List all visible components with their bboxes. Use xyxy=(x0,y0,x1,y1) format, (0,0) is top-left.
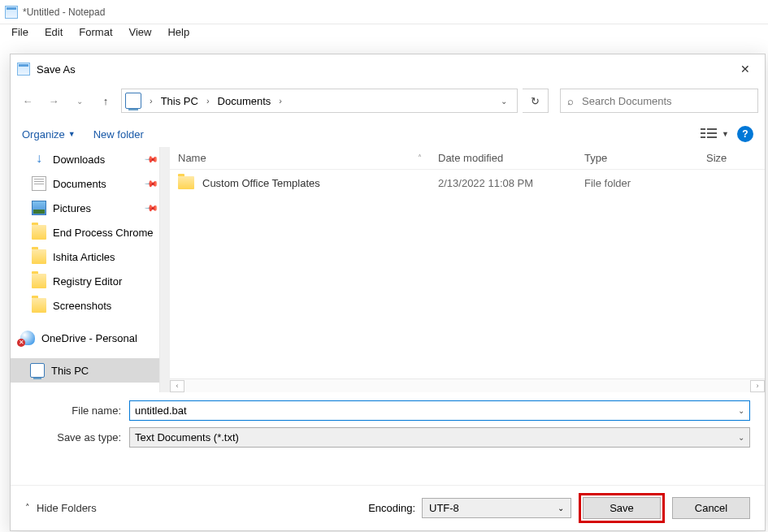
refresh-button[interactable]: ↻ xyxy=(523,89,549,113)
filename-input[interactable]: untitled.bat ⌄ xyxy=(129,400,750,421)
save-button[interactable]: Save xyxy=(583,497,661,519)
documents-icon xyxy=(32,176,46,191)
encoding-select[interactable]: UTF-8 ⌄ xyxy=(422,498,571,518)
close-button[interactable]: ✕ xyxy=(732,59,758,79)
chevron-down-icon[interactable]: ⌄ xyxy=(738,433,744,442)
notepad-icon xyxy=(5,6,18,19)
folder-icon xyxy=(32,274,46,288)
dialog-footer: ˄ Hide Folders Encoding: UTF-8 ⌄ Save Ca… xyxy=(11,485,765,530)
svg-rect-2 xyxy=(701,136,705,138)
search-input[interactable]: ⌕ Search Documents xyxy=(560,89,758,113)
tree-label: Screenshots xyxy=(53,300,111,312)
encoding-value: UTF-8 xyxy=(429,502,459,514)
file-list-panel: Name˄ Date modified Type Size Custom Off… xyxy=(170,147,765,392)
svg-rect-0 xyxy=(701,128,705,130)
menu-help[interactable]: Help xyxy=(159,24,197,42)
tree-this-pc[interactable]: This PC xyxy=(11,358,170,383)
tree-documents[interactable]: Documents 📌 xyxy=(11,171,170,196)
tree-label: Pictures xyxy=(53,202,91,214)
item-date: 2/13/2022 11:08 PM xyxy=(430,177,576,189)
tree-label: Ishita Articles xyxy=(53,251,115,263)
column-date-modified[interactable]: Date modified xyxy=(430,152,576,164)
folder-icon xyxy=(32,225,46,240)
dialog-body: ↓ Downloads 📌 Documents 📌 Pictures 📌 End… xyxy=(11,147,765,392)
recent-locations-button[interactable]: ⌄ xyxy=(69,90,90,111)
tree-label: OneDrive - Personal xyxy=(41,332,137,344)
tree-label: Documents xyxy=(53,178,106,190)
notepad-title-bar: *Untitled - Notepad xyxy=(0,0,768,24)
menu-view[interactable]: View xyxy=(121,24,160,42)
tree-label: Registry Editor xyxy=(53,275,122,288)
save-as-dialog: Save As ✕ ← → ⌄ ↑ › This PC › Documents … xyxy=(10,54,766,531)
cancel-button[interactable]: Cancel xyxy=(672,497,750,519)
filename-form: File name: untitled.bat ⌄ Save as type: … xyxy=(11,392,765,448)
error-badge-icon: ✕ xyxy=(17,339,25,347)
column-headers: Name˄ Date modified Type Size xyxy=(170,147,765,170)
save-as-type-select[interactable]: Text Documents (*.txt) ⌄ xyxy=(129,427,750,448)
change-view-button[interactable]: ▼ xyxy=(701,128,729,141)
column-type[interactable]: Type xyxy=(576,152,698,164)
chevron-down-icon[interactable]: ⌄ xyxy=(738,406,744,415)
tree-downloads[interactable]: ↓ Downloads 📌 xyxy=(11,147,170,171)
tree-pictures[interactable]: Pictures 📌 xyxy=(11,196,170,220)
tree-label: End Process Chrome xyxy=(53,227,154,239)
svg-rect-3 xyxy=(707,128,717,130)
chevron-up-icon: ˄ xyxy=(25,503,30,513)
column-name[interactable]: Name˄ xyxy=(170,152,430,164)
save-as-type-value: Text Documents (*.txt) xyxy=(135,431,239,443)
encoding-label: Encoding: xyxy=(368,502,415,514)
tree-label: This PC xyxy=(51,365,89,377)
tree-ishita-articles[interactable]: Ishita Articles xyxy=(11,244,170,269)
navigation-tree[interactable]: ↓ Downloads 📌 Documents 📌 Pictures 📌 End… xyxy=(11,147,170,392)
up-button[interactable]: ↑ xyxy=(95,90,116,111)
window-title: *Untitled - Notepad xyxy=(23,6,105,18)
pc-icon xyxy=(30,363,45,378)
horizontal-scrollbar[interactable]: ‹ › xyxy=(170,378,765,392)
save-as-type-label: Save as type: xyxy=(25,431,129,443)
file-list[interactable]: Custom Office Templates 2/13/2022 11:08 … xyxy=(170,170,765,378)
menu-file[interactable]: File xyxy=(3,24,37,42)
column-size[interactable]: Size xyxy=(698,152,747,164)
menu-edit[interactable]: Edit xyxy=(37,24,71,42)
folder-icon xyxy=(178,176,194,189)
forward-button[interactable]: → xyxy=(43,90,64,111)
folder-icon xyxy=(32,298,46,313)
scroll-right-button[interactable]: › xyxy=(750,380,765,392)
breadcrumb-separator: › xyxy=(145,96,158,106)
search-placeholder: Search Documents xyxy=(582,95,672,107)
address-dropdown-button[interactable]: ⌄ xyxy=(494,97,514,106)
address-bar[interactable]: › This PC › Documents › ⌄ xyxy=(121,89,518,113)
hide-folders-label: Hide Folders xyxy=(37,502,97,514)
view-icon xyxy=(701,128,718,141)
organize-button[interactable]: Organize▼ xyxy=(22,128,76,141)
pc-icon xyxy=(125,93,141,109)
hide-folders-button[interactable]: ˄ Hide Folders xyxy=(25,502,97,514)
breadcrumb-documents[interactable]: Documents xyxy=(215,93,275,109)
back-button[interactable]: ← xyxy=(17,90,38,111)
pin-icon: 📌 xyxy=(143,151,158,167)
chevron-down-icon: ▼ xyxy=(68,130,76,138)
item-name: Custom Office Templates xyxy=(202,177,320,189)
tree-screenshots[interactable]: Screenshots xyxy=(11,293,170,318)
new-folder-button[interactable]: New folder xyxy=(93,128,144,141)
pin-icon: 📌 xyxy=(143,200,158,215)
tree-end-process-chrome[interactable]: End Process Chrome xyxy=(11,220,170,244)
breadcrumb-separator: › xyxy=(202,96,215,106)
dialog-icon xyxy=(17,63,30,76)
encoding-section: Encoding: UTF-8 ⌄ xyxy=(368,498,571,518)
item-type: File folder xyxy=(576,177,698,189)
list-item[interactable]: Custom Office Templates 2/13/2022 11:08 … xyxy=(170,170,765,196)
chevron-down-icon: ⌄ xyxy=(558,504,564,513)
tree-registry-editor[interactable]: Registry Editor xyxy=(11,269,170,293)
sort-ascending-icon: ˄ xyxy=(418,154,422,162)
scroll-left-button[interactable]: ‹ xyxy=(170,380,184,392)
downloads-icon: ↓ xyxy=(32,152,46,167)
chevron-down-icon: ▼ xyxy=(722,130,729,138)
svg-rect-4 xyxy=(707,132,717,134)
filename-value: untitled.bat xyxy=(135,404,187,417)
menu-format[interactable]: Format xyxy=(71,24,120,42)
breadcrumb-this-pc[interactable]: This PC xyxy=(158,93,202,109)
dialog-title-bar: Save As ✕ xyxy=(11,54,765,84)
help-button[interactable]: ? xyxy=(737,126,753,142)
tree-onedrive[interactable]: ✕ OneDrive - Personal xyxy=(11,326,170,350)
